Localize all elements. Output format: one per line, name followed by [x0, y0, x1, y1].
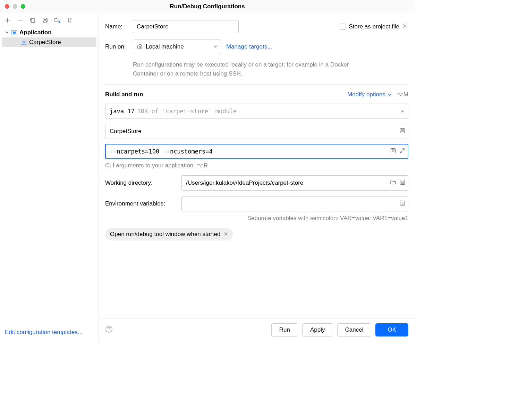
run-debug-dialog: Run/Debug Configurations	[0, 0, 415, 341]
modify-options-kbd: ⌥M	[397, 91, 408, 98]
env-field[interactable]	[181, 196, 408, 211]
run-on-value: Local machine	[146, 43, 184, 50]
caret-down-icon	[5, 29, 9, 36]
chevron-down-icon	[388, 93, 392, 97]
svg-point-3	[405, 25, 406, 27]
minimize-window-button[interactable]	[13, 4, 17, 9]
home-icon	[137, 43, 143, 51]
svg-rect-0	[31, 19, 35, 23]
svg-text:a: a	[70, 18, 71, 20]
window-controls	[0, 4, 25, 9]
application-icon	[11, 30, 17, 35]
store-project-checkbox[interactable]	[340, 24, 346, 30]
list-icon[interactable]	[400, 200, 405, 208]
open-tool-window-chip[interactable]: Open run/debug tool window when started	[105, 228, 233, 240]
env-label: Environment variables:	[105, 200, 175, 207]
run-on-label: Run on:	[105, 43, 133, 50]
tree-item-carpetstore[interactable]: CarpetStore	[2, 37, 96, 47]
cancel-button[interactable]: Cancel	[337, 323, 372, 336]
cli-args-field[interactable]	[105, 144, 408, 159]
store-project-label: Store as project file	[349, 23, 399, 30]
dialog-footer: Run Apply Cancel OK	[99, 318, 415, 341]
env-input[interactable]	[186, 200, 404, 207]
application-icon	[21, 40, 27, 45]
edit-templates-link[interactable]: Edit configuration templates...	[5, 329, 83, 335]
apply-button[interactable]: Apply	[302, 323, 333, 336]
folder-icon[interactable]	[390, 180, 396, 187]
gear-icon[interactable]	[402, 23, 408, 31]
cli-args-input[interactable]	[110, 148, 404, 155]
tree-item-label: CarpetStore	[29, 39, 61, 46]
list-icon[interactable]	[400, 128, 405, 135]
folder-plus-button[interactable]	[54, 17, 61, 24]
ok-button[interactable]: OK	[375, 323, 408, 336]
chevron-down-icon	[213, 43, 218, 50]
workdir-label: Working directory:	[105, 180, 175, 186]
chip-label: Open run/debug tool window when started	[110, 231, 220, 238]
list-icon[interactable]	[390, 148, 396, 155]
svg-text:z: z	[70, 20, 71, 23]
config-tree: Application CarpetStore	[0, 26, 99, 325]
chip-remove-icon[interactable]	[224, 231, 228, 238]
sidebar: az Application CarpetStore Edit configur	[0, 13, 99, 341]
build-run-title: Build and run	[105, 91, 143, 98]
name-label: Name:	[105, 23, 133, 30]
remove-config-button[interactable]	[17, 17, 24, 24]
sdk-select[interactable]: java 17 SDK of 'carpet-store' module	[105, 104, 408, 119]
add-config-button[interactable]	[4, 17, 11, 24]
zoom-window-button[interactable]	[21, 4, 25, 9]
tree-group-application[interactable]: Application	[0, 28, 99, 37]
workdir-input[interactable]	[186, 180, 404, 186]
close-window-button[interactable]	[5, 4, 9, 9]
run-button[interactable]: Run	[271, 323, 298, 336]
titlebar: Run/Debug Configurations	[0, 0, 415, 13]
modify-options-link[interactable]: Modify options	[347, 91, 392, 98]
run-on-help: Run configurations may be executed local…	[133, 60, 358, 78]
main-panel: Name: Store as project file Run on: Loca	[99, 13, 415, 341]
tree-group-label: Application	[19, 29, 52, 36]
run-on-select[interactable]: Local machine	[133, 40, 221, 54]
dialog-title: Run/Debug Configurations	[170, 3, 245, 10]
name-input[interactable]	[133, 20, 239, 33]
sdk-value: java 17	[110, 108, 135, 115]
sidebar-toolbar: az	[0, 13, 99, 26]
manage-targets-link[interactable]: Manage targets...	[226, 43, 272, 50]
copy-config-button[interactable]	[29, 17, 36, 24]
save-config-button[interactable]	[42, 17, 49, 24]
sdk-suffix: SDK of 'carpet-store' module	[137, 108, 237, 115]
cli-args-caption: CLI arguments to your application. ⌥R	[105, 162, 408, 169]
env-hint: Separate variables with semicolon: VAR=v…	[105, 215, 408, 222]
expand-icon[interactable]	[399, 148, 405, 155]
workdir-field[interactable]	[181, 175, 408, 191]
chevron-down-icon	[400, 108, 405, 115]
sort-az-button[interactable]: az	[67, 17, 74, 24]
main-class-input[interactable]	[110, 128, 404, 135]
main-class-field[interactable]	[105, 124, 408, 139]
help-button[interactable]	[105, 325, 113, 335]
list-icon[interactable]	[400, 180, 405, 187]
